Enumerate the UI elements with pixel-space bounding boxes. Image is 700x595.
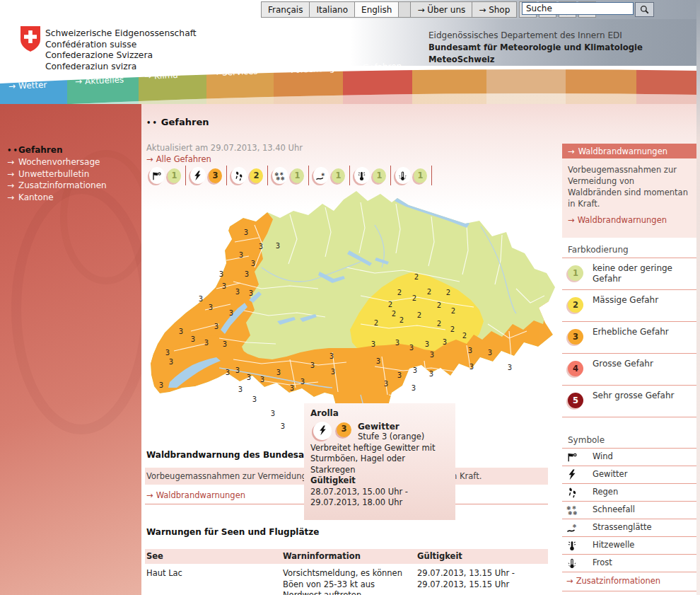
canton-level-label[interactable]: 3 — [159, 381, 163, 389]
canton-level-label[interactable]: 3 — [331, 368, 335, 376]
canton-level-label[interactable]: 3 — [397, 371, 402, 379]
canton-level-label[interactable]: 3 — [226, 369, 230, 376]
canton-level-label[interactable]: 2 — [417, 311, 421, 319]
canton-level-label[interactable]: 3 — [508, 364, 512, 371]
canton-level-label[interactable]: 3 — [249, 289, 253, 297]
sidebar-item-wochenvorhersage[interactable]: →Wochenvorhersage — [7, 156, 107, 168]
hazard-frost[interactable]: 1 — [395, 167, 427, 184]
canton-level-label[interactable]: 3 — [276, 242, 280, 250]
canton-level-label[interactable]: 3 — [271, 410, 275, 417]
hazard-level-badge: 1 — [332, 168, 345, 183]
canton-level-label[interactable]: 3 — [290, 384, 294, 392]
canton-level-label[interactable]: 3 — [488, 349, 492, 357]
canton-level-label[interactable]: 2 — [392, 310, 396, 318]
canton-level-label[interactable]: 3 — [468, 347, 472, 354]
all-hazards-link[interactable]: →Alle Gefahren — [146, 154, 211, 164]
canton-level-label[interactable]: 3 — [409, 344, 414, 352]
sidebar-item-kantone[interactable]: →Kantone — [7, 192, 107, 203]
canton-level-label[interactable]: 3 — [260, 376, 264, 383]
lakes-table-header: See Warninformation Gültigkeit — [145, 549, 548, 564]
hazard-wind[interactable]: 1 — [149, 167, 181, 184]
canton-level-label[interactable]: 3 — [413, 366, 417, 374]
canton-level-label[interactable]: 3 — [259, 243, 263, 250]
hazard-level-badge: 1 — [168, 168, 181, 183]
sidebar-item-unwetterbulletin[interactable]: →Unwetterbulletin — [7, 168, 107, 180]
canton-level-label[interactable]: 2 — [427, 288, 431, 296]
canton-level-label[interactable]: 3 — [245, 270, 249, 278]
waldbrand-box-link[interactable]: →Waldbrandwarnungen — [568, 215, 667, 225]
canton-level-label[interactable]: 3 — [301, 378, 305, 386]
canton-level-label[interactable]: 3 — [425, 340, 429, 348]
sidebar-item-zusatzinformationen[interactable]: →Zusatzinformationen — [7, 180, 107, 191]
canton-level-label[interactable]: 3 — [384, 380, 388, 388]
canton-level-label[interactable]: 3 — [395, 339, 399, 347]
legend-label: Mässige Gefahr — [593, 295, 692, 306]
canton-level-label[interactable]: 2 — [462, 332, 467, 340]
canton-level-label[interactable]: 3 — [376, 357, 380, 365]
canton-level-label[interactable]: 3 — [199, 295, 203, 303]
canton-level-label[interactable]: 2 — [388, 301, 392, 308]
topbar-link-über-uns[interactable]: → Über uns — [410, 1, 472, 18]
canton-level-label[interactable]: 2 — [399, 316, 404, 324]
canton-level-label[interactable]: 3 — [179, 328, 183, 335]
canton-level-label[interactable]: 3 — [412, 384, 416, 392]
canton-level-label[interactable]: 3 — [191, 335, 195, 343]
tab-services[interactable]: →Services — [212, 67, 258, 79]
symbol-wind: Wind — [562, 448, 696, 466]
canton-level-label[interactable]: 3 — [219, 270, 223, 278]
search-input[interactable] — [522, 2, 634, 15]
hazard-hitzewelle[interactable]: 1 — [354, 167, 386, 184]
topbar-link-shop[interactable]: → Shop — [472, 1, 517, 18]
hazard-gewitter[interactable]: 3 — [190, 167, 222, 184]
waldbrand-link[interactable]: →Waldbrandwarnungen — [146, 490, 245, 500]
canton-level-label[interactable]: 2 — [374, 319, 378, 327]
canton-level-label[interactable]: 3 — [371, 340, 375, 348]
canton-level-label[interactable]: 3 — [169, 358, 173, 366]
canton-level-label[interactable]: 2 — [437, 301, 441, 309]
canton-level-label[interactable]: 3 — [251, 260, 255, 267]
sidebar-item-label: Kantone — [18, 192, 54, 202]
hazard-schneefall[interactable]: 1 — [272, 167, 304, 184]
canton-level-label[interactable]: 2 — [412, 294, 416, 302]
canton-level-label[interactable]: 3 — [469, 363, 474, 371]
canton-level-label[interactable]: 3 — [276, 369, 281, 376]
waldbrand-box-header[interactable]: → Waldbrandwarnungen — [562, 144, 696, 158]
canton-level-label[interactable]: 3 — [235, 288, 240, 296]
canton-level-label[interactable]: 3 — [204, 339, 209, 347]
hazard-strassenglaette[interactable]: 1 — [313, 167, 345, 184]
canton-level-label[interactable]: 3 — [238, 386, 243, 393]
canton-level-label[interactable]: 3 — [214, 323, 218, 330]
canton-level-label[interactable]: 3 — [430, 351, 434, 359]
tab-wetter[interactable]: →Wetter — [8, 80, 47, 91]
search-button[interactable] — [635, 2, 654, 17]
canton-level-label[interactable]: 2 — [446, 289, 450, 296]
canton-level-label[interactable]: 2 — [450, 325, 455, 333]
canton-level-label[interactable]: 2 — [414, 273, 419, 281]
canton-level-label[interactable]: 2 — [437, 320, 441, 328]
canton-level-label[interactable]: 3 — [165, 349, 170, 357]
canton-level-label[interactable]: 3 — [252, 395, 257, 403]
zusatzinformationen-link[interactable]: →Zusatzinformationen — [566, 576, 660, 586]
tab-klima[interactable]: →Klima — [144, 70, 178, 81]
canton-level-label[interactable]: 3 — [429, 370, 433, 378]
canton-level-label[interactable]: 3 — [209, 304, 213, 311]
canton-level-label[interactable]: 2 — [451, 307, 455, 315]
canton-level-label[interactable]: 3 — [222, 282, 226, 290]
level-5-badge: 5 — [568, 393, 583, 408]
canton-level-label[interactable]: 3 — [235, 366, 240, 374]
canton-level-label[interactable]: 3 — [239, 251, 243, 259]
canton-level-label[interactable]: 3 — [247, 374, 251, 381]
hazard-regen[interactable]: 2 — [231, 167, 263, 184]
canton-level-label[interactable]: 3 — [229, 309, 233, 317]
canton-level-label[interactable]: 3 — [281, 422, 285, 430]
language-button-italiano[interactable]: Italiano — [309, 1, 355, 18]
canton-level-label[interactable]: 3 — [310, 362, 315, 369]
canton-level-label[interactable]: 3 — [443, 338, 447, 346]
canton-level-label[interactable]: 3 — [223, 340, 227, 348]
language-button-english[interactable]: English — [354, 1, 399, 18]
canton-level-label[interactable]: 3 — [244, 229, 248, 236]
language-button-français[interactable]: Français — [261, 1, 310, 18]
canton-level-label[interactable]: 2 — [397, 289, 402, 296]
canton-level-label[interactable]: 3 — [329, 352, 334, 360]
sidebar-item-gefahren[interactable]: ••Gefahren — [7, 144, 107, 156]
